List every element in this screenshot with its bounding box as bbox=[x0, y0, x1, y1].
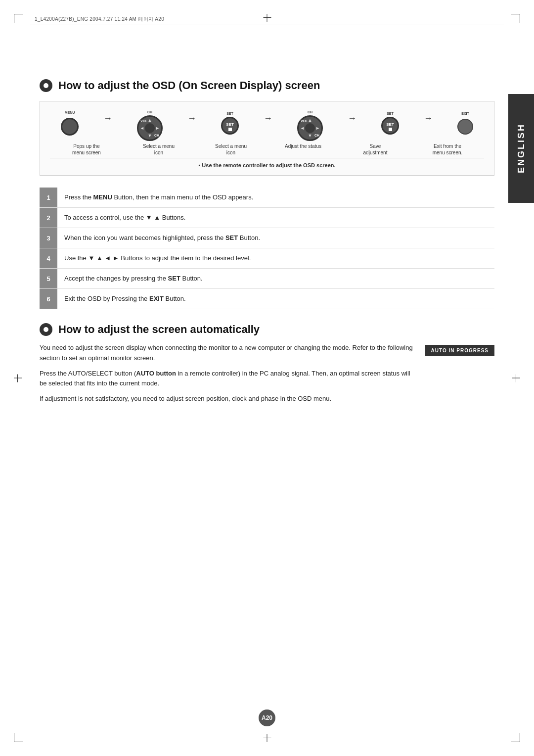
nav-disc-outer-2: ▲ ▼ ◄ ► VOL CH bbox=[297, 115, 323, 141]
section1-bullet bbox=[40, 79, 52, 92]
step-row-3: 3 When the icon you want becomes highlig… bbox=[40, 228, 494, 248]
auto-progress-badge: AUTO IN PROGRESS bbox=[425, 345, 494, 356]
corner-mark-tr bbox=[511, 14, 520, 14]
osd-diagram: MENU → CH ▲ ▼ ◄ ► VOL CH bbox=[40, 101, 494, 176]
section1-title-row: How to adjust the OSD (On Screen Display… bbox=[40, 79, 494, 92]
step-row-2: 2 To access a control, use the ▼ ▲ Butto… bbox=[40, 208, 494, 228]
nav-disc-1-item: CH ▲ ▼ ◄ ► VOL CH bbox=[137, 110, 163, 136]
corner-mark-trv bbox=[520, 14, 520, 23]
step-row-4: 4 Use the ▼ ▲ ◄ ► Buttons to adjust the … bbox=[40, 248, 494, 269]
corner-mark-br bbox=[511, 742, 520, 742]
section2-para-2: Press the AUTO/SELECT button (AUTO butto… bbox=[40, 369, 415, 389]
set-disc-1: SET bbox=[221, 117, 239, 135]
step-num-1: 1 bbox=[40, 188, 57, 207]
nav-disc-2-item: CH ▲ ▼ ◄ ► VOL CH bbox=[297, 110, 323, 136]
arrow-1: → bbox=[103, 113, 112, 124]
step-row-1: 1 Press the MENU Button, then the main m… bbox=[40, 188, 494, 208]
corner-mark-bl bbox=[14, 742, 23, 742]
nav-arrow-right-2: ► bbox=[315, 126, 320, 131]
arrow-2: → bbox=[187, 113, 196, 124]
nav-arrow-down-1: ▼ bbox=[148, 134, 152, 138]
section2-bullet bbox=[40, 323, 52, 336]
corner-mark-brv bbox=[520, 733, 520, 742]
exit-circle bbox=[457, 119, 473, 135]
set-disc-2: SET bbox=[381, 117, 399, 135]
cross-left bbox=[14, 378, 22, 378]
set-label-2: SET bbox=[387, 112, 394, 115]
nav-arrow-left-2: ◄ bbox=[300, 126, 305, 131]
step-num-6: 6 bbox=[40, 289, 57, 309]
label-save: Saveadjustment bbox=[356, 143, 395, 156]
english-sidebar: ENGLISH bbox=[508, 94, 534, 203]
nav-center-2 bbox=[305, 123, 315, 133]
nav-arrow-right-1: ► bbox=[155, 126, 160, 131]
nav-arrow-down-2: ▼ bbox=[308, 134, 312, 138]
section2-wrap: How to adjust the screen automatically Y… bbox=[40, 323, 494, 409]
nav-disc-1: CH ▲ ▼ ◄ ► VOL CH bbox=[137, 110, 163, 136]
section2-title-row: How to adjust the screen automatically bbox=[40, 323, 494, 336]
corner-mark-blv bbox=[14, 733, 14, 742]
set-btn-1-item: SET SET bbox=[221, 112, 239, 135]
nav-arrow-left-1: ◄ bbox=[140, 126, 144, 131]
cross-top bbox=[267, 14, 267, 22]
step-num-4: 4 bbox=[40, 248, 57, 268]
step-num-3: 3 bbox=[40, 228, 57, 248]
menu-button-item: MENU bbox=[61, 111, 79, 136]
step-text-1: Press the MENU Button, then the main men… bbox=[57, 188, 260, 207]
header-bar bbox=[30, 25, 504, 25]
arrow-3: → bbox=[264, 113, 272, 124]
menu-circle bbox=[61, 118, 79, 136]
arrow-5: → bbox=[424, 113, 433, 124]
step-text-5: Accept the changes by pressing the SET B… bbox=[57, 269, 210, 288]
set-label-1: SET bbox=[226, 112, 233, 115]
step-list: 1 Press the MENU Button, then the main m… bbox=[40, 188, 494, 309]
corner-mark-tl bbox=[14, 14, 23, 14]
nav-disc-outer-1: ▲ ▼ ◄ ► VOL CH bbox=[137, 115, 163, 141]
main-content: How to adjust the OSD (On Screen Display… bbox=[40, 79, 494, 409]
buttons-row: MENU → CH ▲ ▼ ◄ ► VOL CH bbox=[50, 110, 484, 136]
ch-label-1: CH bbox=[154, 134, 159, 137]
nav-arrow-up-2: ▲ bbox=[308, 118, 312, 123]
vol-label-2: VOL bbox=[301, 119, 308, 123]
step-text-6: Exit the OSD by Pressing the EXIT Button… bbox=[57, 289, 193, 309]
exit-button-item: EXIT bbox=[457, 112, 473, 135]
header-file-info: 1_L4200A(227B)_ENG 2004.7.27 11:24 AM 페이… bbox=[35, 16, 164, 23]
nav-center-1 bbox=[145, 123, 155, 133]
section2-para-1: You need to adjust the screen display wh… bbox=[40, 343, 415, 364]
btn-labels-row: Pops up themenu screen Select a menuicon… bbox=[50, 143, 484, 156]
label-pops-up: Pops up themenu screen bbox=[67, 143, 106, 156]
set-btn-2-item: SET SET bbox=[381, 112, 399, 135]
step-text-3: When the icon you want becomes highlight… bbox=[57, 228, 267, 248]
ch-label-2: CH bbox=[314, 134, 319, 137]
step-text-4: Use the ▼ ▲ ◄ ► Buttons to adjust the it… bbox=[57, 248, 258, 268]
arrow-4: → bbox=[348, 113, 356, 124]
nav-disc-2: CH ▲ ▼ ◄ ► VOL CH bbox=[297, 110, 323, 136]
exit-label: EXIT bbox=[461, 112, 469, 115]
page-number: A20 bbox=[259, 709, 275, 726]
nav-arrow-up-1: ▲ bbox=[148, 118, 152, 123]
label-select-icon: Select a menu icon bbox=[211, 143, 251, 156]
corner-mark-tlv bbox=[14, 14, 14, 23]
step-text-2: To access a control, use the ▼ ▲ Buttons… bbox=[57, 208, 192, 228]
osd-notice: • Use the remote controller to adjust th… bbox=[50, 158, 484, 168]
step-row-5: 5 Accept the changes by pressing the SET… bbox=[40, 269, 494, 289]
section1-title: How to adjust the OSD (On Screen Display… bbox=[58, 79, 320, 92]
section2-text: You need to adjust the screen display wh… bbox=[40, 343, 415, 409]
step-row-6: 6 Exit the OSD by Pressing the EXIT Butt… bbox=[40, 289, 494, 309]
label-exit: Exit from themenu screen. bbox=[428, 143, 467, 156]
vol-label-1: VOL bbox=[140, 119, 147, 123]
step-num-2: 2 bbox=[40, 208, 57, 228]
section2-title: How to adjust the screen automatically bbox=[58, 323, 260, 336]
section2-para-3: If adjustment is not satisfactory, you n… bbox=[40, 394, 415, 404]
cross-bottom bbox=[267, 734, 267, 742]
section2-body: You need to adjust the screen display wh… bbox=[40, 343, 494, 409]
step-num-5: 5 bbox=[40, 269, 57, 288]
cross-right bbox=[512, 378, 520, 378]
label-adjust-status: Adjust the status bbox=[283, 143, 323, 156]
menu-label: MENU bbox=[65, 111, 75, 114]
english-label: ENGLISH bbox=[516, 123, 527, 173]
label-select-menu: Select a menuicon bbox=[139, 143, 178, 156]
